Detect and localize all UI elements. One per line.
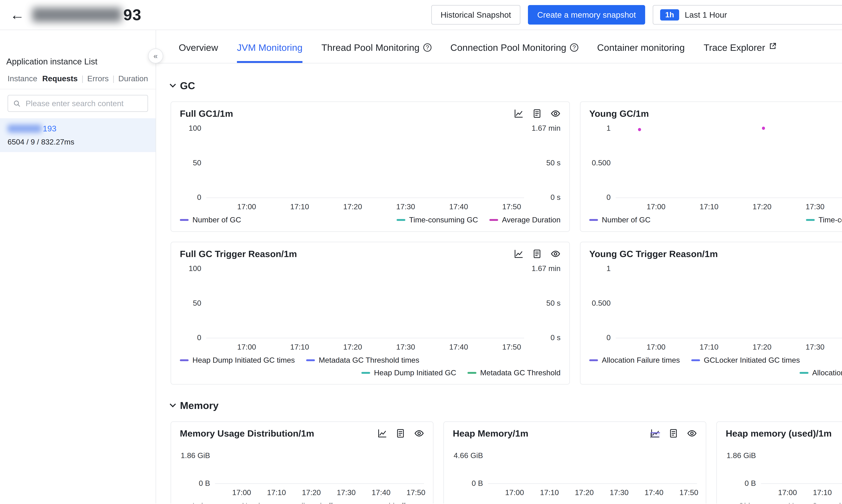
x-tick: 17:10 bbox=[700, 343, 718, 352]
y-axis-left: 4.66 GiB0 B bbox=[453, 451, 488, 488]
sort-errors[interactable]: Errors bbox=[87, 74, 109, 83]
eye-icon[interactable] bbox=[687, 428, 697, 438]
section-gc-header[interactable]: GC bbox=[171, 80, 842, 91]
tab-overview[interactable]: Overview bbox=[179, 42, 218, 63]
chart-plot[interactable] bbox=[215, 455, 424, 484]
search-input[interactable] bbox=[24, 98, 142, 108]
chart-legend: Old ageYoung Generation Eden District bbox=[726, 500, 842, 504]
eye-icon[interactable] bbox=[550, 249, 561, 259]
x-tick: 17:10 bbox=[290, 343, 309, 352]
y-axis-left: 100500 bbox=[180, 264, 206, 342]
data-table-icon[interactable] bbox=[396, 429, 405, 438]
data-table-icon[interactable] bbox=[669, 429, 678, 438]
legend-item[interactable]: In-heap bbox=[180, 502, 218, 504]
legend-item[interactable]: Time-consuming GC bbox=[806, 216, 842, 224]
y-tick: 1.67 min bbox=[529, 264, 561, 273]
legend-label: Old age bbox=[738, 502, 765, 504]
help-icon[interactable]: ? bbox=[423, 43, 432, 52]
legend-label: Heap Dump Initiated GC bbox=[374, 368, 456, 377]
tab-connection-pool-monitoring[interactable]: Connection Pool Monitoring ? bbox=[450, 42, 578, 63]
legend-item[interactable]: Non-heap bbox=[229, 502, 275, 504]
collapse-sidebar-button[interactable]: « bbox=[148, 49, 163, 64]
eye-icon[interactable] bbox=[414, 428, 424, 438]
legend-swatch bbox=[806, 219, 815, 221]
legend-item[interactable]: Allocation Failure times bbox=[589, 356, 680, 364]
legend-item[interactable]: Number of GC bbox=[180, 216, 241, 224]
chart-title: Heap Memory/1m bbox=[453, 428, 529, 438]
chart-card-young-gc-trigger: Young GC Trigger Reason/1m bbox=[580, 242, 842, 384]
chart-body: 1.86 GiB0 B 17:0017:1017:2017:3017:4017:… bbox=[180, 455, 424, 498]
y-tick: 0 bbox=[180, 193, 201, 202]
chart-actions bbox=[514, 249, 561, 259]
back-button[interactable]: ← bbox=[10, 7, 24, 22]
chart-plot[interactable] bbox=[616, 268, 842, 338]
legend-swatch bbox=[589, 359, 598, 361]
line-chart-icon[interactable] bbox=[378, 429, 387, 438]
chart-title: Young GC/1m bbox=[589, 108, 649, 119]
y-tick: 50 bbox=[180, 299, 201, 307]
chart-plot[interactable] bbox=[761, 455, 842, 484]
create-memory-snapshot-button[interactable]: Create a memory snapshot bbox=[528, 5, 645, 24]
x-axis: 17:0017:1017:2017:3017:4017:50 bbox=[616, 341, 842, 353]
legend-item[interactable]: Old age bbox=[726, 502, 765, 504]
separator: | bbox=[113, 74, 115, 83]
x-tick: 17:30 bbox=[396, 202, 415, 211]
line-chart-icon[interactable] bbox=[514, 249, 523, 258]
time-range-select[interactable]: 1h Last 1 Hour bbox=[653, 5, 842, 24]
x-tick: 17:20 bbox=[753, 343, 771, 352]
line-chart-icon[interactable] bbox=[651, 429, 660, 438]
legend-item[interactable]: Time-consuming GC bbox=[397, 216, 478, 224]
chart-card-header: Heap memory (used)/1m bbox=[726, 428, 842, 438]
chart-card-memory-usage-distribution: Memory Usage Distribution/1m bbox=[171, 421, 433, 504]
tab-container-monitoring[interactable]: Container monitoring bbox=[597, 42, 685, 63]
legend-label: Number of GC bbox=[192, 216, 241, 224]
chart-title: Full GC Trigger Reason/1m bbox=[180, 249, 297, 259]
data-table-icon[interactable] bbox=[532, 109, 542, 118]
historical-snapshot-button[interactable]: Historical Snapshot bbox=[431, 5, 520, 24]
help-icon[interactable]: ? bbox=[570, 43, 578, 52]
instance-list-item[interactable]: 193 6504 / 9 / 832.27ms bbox=[0, 118, 156, 152]
legend-swatch bbox=[691, 359, 700, 361]
memory-section: Memory Memory Usage Distribution/1m bbox=[171, 400, 842, 504]
section-memory-header[interactable]: Memory bbox=[171, 400, 842, 411]
legend-label: Time-consuming GC bbox=[819, 216, 842, 224]
legend-item[interactable]: Heap Dump Initiated GC bbox=[361, 368, 456, 377]
y-tick: 0 s bbox=[529, 193, 561, 202]
series-point-marker bbox=[762, 127, 765, 130]
legend-item[interactable]: Metadata GC Threshold times bbox=[306, 356, 419, 364]
y-tick: 0 B bbox=[453, 479, 483, 488]
chart-card-header: Young GC/1m bbox=[589, 108, 842, 119]
legend-label: Time-consuming GC bbox=[409, 216, 478, 224]
legend-item[interactable]: Allocation Failure bbox=[800, 368, 842, 377]
data-table-icon[interactable] bbox=[532, 249, 542, 258]
legend-item[interactable]: direct-buffer bbox=[287, 502, 339, 504]
eye-icon[interactable] bbox=[550, 108, 561, 119]
tab-label: Trace Explorer bbox=[704, 42, 765, 53]
y-axis-right: 1.67 min50 s0 s bbox=[524, 124, 561, 202]
legend-item[interactable]: mapped-buffer bbox=[350, 502, 412, 504]
legend-swatch bbox=[489, 219, 498, 221]
legend-item[interactable]: Young Generation Eden District bbox=[776, 502, 842, 504]
x-tick: 17:20 bbox=[753, 202, 771, 211]
sort-requests[interactable]: Requests bbox=[42, 74, 78, 83]
legend-item[interactable]: Number of GC bbox=[589, 216, 651, 224]
x-tick: 17:20 bbox=[302, 488, 321, 497]
legend-item[interactable]: Average Duration bbox=[489, 216, 561, 224]
tab-trace-explorer[interactable]: Trace Explorer bbox=[704, 42, 776, 63]
sort-duration[interactable]: Duration bbox=[118, 74, 148, 83]
legend-item[interactable]: Metadata GC Threshold bbox=[467, 368, 561, 377]
x-tick: 17:30 bbox=[337, 488, 356, 497]
x-tick: 17:00 bbox=[232, 488, 251, 497]
line-chart-icon[interactable] bbox=[514, 109, 523, 118]
chart-plot[interactable] bbox=[206, 127, 524, 198]
chart-plot[interactable] bbox=[488, 455, 697, 484]
chart-plot[interactable] bbox=[206, 268, 524, 338]
legend-item[interactable]: Heap Dump Initiated GC times bbox=[180, 356, 295, 364]
legend-item[interactable]: GCLocker Initiated GC times bbox=[691, 356, 800, 364]
tab-thread-pool-monitoring[interactable]: Thread Pool Monitoring ? bbox=[322, 42, 432, 63]
x-tick: 17:20 bbox=[575, 488, 594, 497]
main-tabs: Overview JVM Monitoring Thread Pool Moni… bbox=[156, 30, 842, 64]
app-title-group: ← 93 bbox=[10, 6, 141, 24]
chart-plot[interactable] bbox=[616, 127, 842, 198]
tab-jvm-monitoring[interactable]: JVM Monitoring bbox=[237, 42, 303, 63]
